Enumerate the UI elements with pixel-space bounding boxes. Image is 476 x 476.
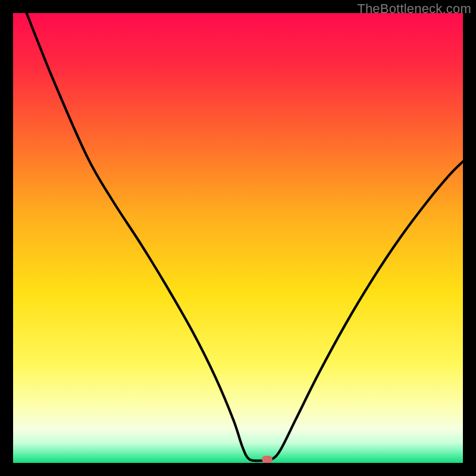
- chart-stage: TheBottleneck.com: [0, 0, 476, 476]
- bottleneck-curve: [13, 13, 463, 463]
- optimum-marker: [262, 456, 273, 463]
- plot-area: [13, 13, 463, 463]
- watermark-text: TheBottleneck.com: [357, 1, 471, 17]
